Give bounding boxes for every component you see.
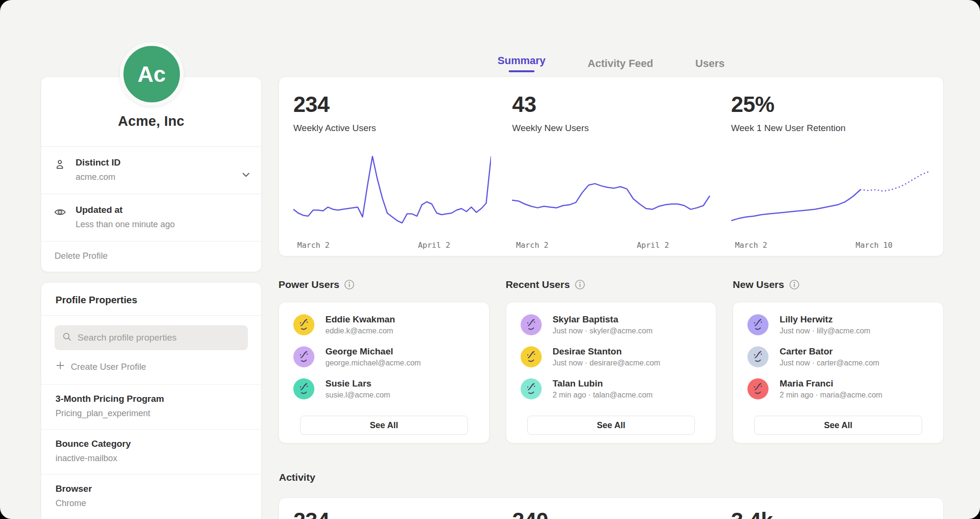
eye-icon <box>54 205 68 230</box>
user-sub: eddie.k@acme.com <box>325 327 395 335</box>
info-icon[interactable] <box>789 279 800 290</box>
recent-users-section: Recent Users Skylar Baptista Just now · … <box>506 279 717 443</box>
property-label: 3-Month Pricing Program <box>56 394 247 404</box>
activity-stat-value: 3.4k <box>731 508 929 519</box>
list-item[interactable]: Susie Lars susie.l@acme.com <box>293 378 475 399</box>
create-user-profile-button[interactable]: Create User Profile <box>56 361 146 373</box>
weekly-new-users-chart <box>512 154 710 235</box>
user-name: Eddie Kwakman <box>325 314 395 325</box>
user-avatar <box>293 314 314 335</box>
chevron-down-icon[interactable] <box>240 169 252 182</box>
create-user-profile-label: Create User Profile <box>71 362 146 372</box>
profile-properties-search[interactable] <box>55 325 248 350</box>
week1-retention-chart <box>731 154 929 235</box>
property-row[interactable]: 3-Month Pricing Program Pricing_plan_exp… <box>41 384 261 429</box>
user-avatar <box>521 346 542 367</box>
list-item[interactable]: Skylar Baptista Just now · skyler@acme.c… <box>521 314 702 335</box>
user-avatar <box>521 378 542 399</box>
list-item[interactable]: Maria Franci 2 min ago · maria@acme.com <box>747 378 929 399</box>
x-tick: March 10 <box>856 241 892 250</box>
see-all-button[interactable]: See All <box>754 416 922 435</box>
user-name: Carter Bator <box>780 346 879 357</box>
user-name: Susie Lars <box>325 378 390 389</box>
tab-summary[interactable]: Summary <box>497 53 546 72</box>
plus-icon <box>56 361 65 373</box>
user-name: Lilly Herwitz <box>780 314 870 325</box>
user-name: Desirae Stanton <box>553 346 660 357</box>
property-label: Browser <box>56 484 247 494</box>
x-tick: March 2 <box>735 241 767 250</box>
power-users-card: Eddie Kwakman eddie.k@acme.com George Mi… <box>278 302 490 443</box>
tab-users[interactable]: Users <box>694 53 725 72</box>
user-sub: Just now · carter@acme.com <box>780 359 879 367</box>
stat-weekly-active-users: 234 Weekly Active Users March 2 April 2 <box>293 91 491 256</box>
x-tick: April 2 <box>418 241 450 250</box>
activity-title: Activity <box>279 472 315 483</box>
user-avatar <box>293 346 314 367</box>
list-item[interactable]: Desirae Stanton Just now · desirare@acme… <box>521 346 702 367</box>
new-users-card: Lilly Herwitz Just now · lilly@acme.com … <box>733 302 944 443</box>
list-item[interactable]: Lilly Herwitz Just now · lilly@acme.com <box>747 314 929 335</box>
user-sub: susie.l@acme.com <box>325 391 390 399</box>
see-all-button[interactable]: See All <box>300 416 468 435</box>
x-tick: April 2 <box>637 241 669 250</box>
user-sub: Just now · skyler@acme.com <box>553 327 653 335</box>
see-all-button[interactable]: See All <box>527 416 695 435</box>
weekly-active-users-chart <box>293 154 491 235</box>
stat-weekly-new-users: 43 Weekly New Users March 2 April 2 <box>512 91 710 256</box>
company-avatar: Ac <box>120 42 184 106</box>
app-window: Ac Acme, Inc Distinct ID acme.com <box>0 0 980 519</box>
list-item[interactable]: George Michael george.michael@acme.com <box>293 346 475 367</box>
property-row[interactable]: Bounce Category inactive-mailbox <box>41 429 261 474</box>
tab-bar: Summary Activity Feed Users <box>278 53 944 72</box>
person-icon <box>54 157 68 182</box>
x-axis: March 2 March 10 <box>731 241 929 253</box>
search-profile-properties-input[interactable] <box>78 332 241 343</box>
property-value: Pricing_plan_experiment <box>56 409 247 419</box>
property-value: Chrome <box>56 498 247 508</box>
list-title: Recent Users <box>506 279 570 290</box>
property-value: inactive-mailbox <box>56 453 247 464</box>
x-tick: March 2 <box>297 241 329 250</box>
user-avatar <box>747 314 768 335</box>
property-label: Bounce Category <box>56 439 247 449</box>
property-row[interactable]: Browser Chrome <box>41 474 261 519</box>
field-value: acme.com <box>76 172 121 182</box>
stat-label: Week 1 New User Retention <box>731 123 929 133</box>
field-label: Distinct ID <box>76 157 121 168</box>
user-sub: 2 min ago · talan@acme.com <box>553 391 653 399</box>
list-header: Recent Users <box>506 279 717 290</box>
x-axis: March 2 April 2 <box>512 241 710 253</box>
list-title: Power Users <box>278 279 339 290</box>
divider <box>41 315 261 316</box>
new-users-section: New Users Lilly Herwitz Just now · lilly… <box>733 279 944 443</box>
power-users-section: Power Users Eddie Kwakman eddie.k@acme.c… <box>278 279 490 443</box>
distinct-id-row: Distinct ID acme.com <box>41 147 261 194</box>
recent-users-card: Skylar Baptista Just now · skyler@acme.c… <box>506 302 717 443</box>
user-name: Skylar Baptista <box>553 314 653 325</box>
x-axis: March 2 April 2 <box>293 241 491 253</box>
user-avatar <box>293 378 314 399</box>
list-header: New Users <box>733 279 944 290</box>
user-avatar <box>747 378 768 399</box>
delete-profile-button[interactable]: Delete Profile <box>41 242 261 272</box>
user-sub: 2 min ago · maria@acme.com <box>780 391 882 399</box>
stat-week1-retention: 25% Week 1 New User Retention March 2 Ma… <box>731 91 929 256</box>
stat-value: 234 <box>293 91 491 117</box>
info-icon[interactable] <box>344 279 355 290</box>
activity-stat-value: 240 <box>512 508 710 519</box>
stat-value: 43 <box>512 91 710 117</box>
list-item[interactable]: Carter Bator Just now · carter@acme.com <box>747 346 929 367</box>
activity-stat-value: 234 <box>293 508 491 519</box>
stat-value: 25% <box>731 91 929 117</box>
user-sub: george.michael@acme.com <box>325 359 421 367</box>
summary-stats-card: 234 Weekly Active Users March 2 April 2 … <box>278 77 944 256</box>
tab-activity-feed[interactable]: Activity Feed <box>587 53 654 72</box>
list-item[interactable]: Eddie Kwakman eddie.k@acme.com <box>293 314 475 335</box>
field-value: Less than one minute ago <box>76 220 175 230</box>
profile-properties-card: Profile Properties Create User Profile 3… <box>41 282 262 519</box>
list-item[interactable]: Talan Lubin 2 min ago · talan@acme.com <box>521 378 702 399</box>
user-avatar <box>747 346 768 367</box>
info-icon[interactable] <box>575 279 585 290</box>
activity-card: 234 240 3.4k <box>278 497 944 519</box>
